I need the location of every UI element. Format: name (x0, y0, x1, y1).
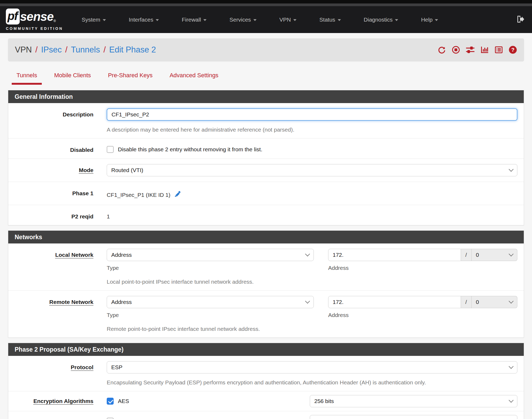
tab-bar: Tunnels Mobile Clients Pre-Shared Keys A… (12, 69, 524, 83)
log-list-icon[interactable] (494, 46, 503, 54)
status-graph-icon[interactable] (480, 46, 489, 54)
local-network-type-select[interactable]: Address (107, 249, 314, 261)
aes128gcm-keylen-value: Auto (314, 418, 326, 419)
remote-network-prefix-value: 0 (476, 299, 479, 305)
remote-network-type-caption: Type (107, 312, 314, 318)
sense-logo-text: sense (20, 9, 53, 24)
protocol-select[interactable]: ESP (107, 361, 517, 373)
menu-diagnostics[interactable]: Diagnostics (364, 17, 398, 23)
p2reqid-label: P2 reqid (8, 210, 93, 220)
local-network-prefix-select[interactable]: 0 (472, 249, 517, 261)
disabled-checkbox[interactable] (107, 146, 114, 153)
chevron-down-icon (509, 418, 513, 419)
breadcrumb: VPN / IPsec / Tunnels / Edit Phase 2 (15, 45, 156, 55)
breadcrumb-root: VPN (15, 45, 32, 55)
stop-service-icon[interactable] (452, 46, 460, 54)
browser-chrome-strip (0, 0, 532, 3)
refresh-icon[interactable] (438, 46, 446, 54)
disabled-content: Disable this phase 2 entry without remov… (93, 144, 524, 153)
tab-mobile-clients[interactable]: Mobile Clients (49, 69, 96, 83)
breadcrumb-separator: / (65, 45, 68, 55)
menu-vpn[interactable]: VPN (279, 17, 296, 23)
breadcrumb-actions: ? (438, 46, 517, 54)
encryption-algorithms-label[interactable]: Encryption Algorithms (33, 398, 93, 405)
page-container: VPN / IPsec / Tunnels / Edit Phase 2 (0, 33, 532, 419)
local-network-type-caption: Type (107, 265, 314, 271)
main-menu: System Interfaces Firewall Services VPN … (82, 17, 515, 23)
remote-network-type-value: Address (111, 299, 132, 305)
sliders-icon[interactable] (466, 46, 475, 54)
local-network-help: Local point-to-point IPsec interface tun… (107, 279, 517, 285)
mode-select[interactable]: Routed (VTI) (107, 164, 517, 176)
edit-pencil-icon[interactable] (174, 190, 182, 200)
remote-network-row: Remote Network Address Type 172. / (8, 291, 524, 337)
description-input[interactable]: CF1_IPsec_P2 (107, 108, 517, 121)
networks-panel: Networks Local Network Address Type 172. (8, 230, 524, 338)
aes-keylen-value: 256 bits (314, 398, 334, 404)
chevron-down-icon (395, 19, 398, 21)
remote-network-label[interactable]: Remote Network (49, 299, 93, 306)
general-information-panel: General Information Description CF1_IPse… (8, 90, 524, 225)
chevron-down-icon (509, 299, 513, 303)
breadcrumb-link-ipsec[interactable]: IPsec (41, 45, 62, 55)
browser-chrome-strip-2 (0, 3, 532, 6)
pfsense-logo[interactable]: pf sense ® COMMUNITY EDITION (6, 9, 63, 31)
local-network-slash-addon: / (461, 249, 472, 261)
chevron-down-icon (509, 251, 513, 256)
aes128gcm-keylen-select[interactable]: Auto (310, 415, 517, 419)
menu-diagnostics-label: Diagnostics (364, 17, 393, 23)
p2reqid-row: P2 reqid 1 (8, 205, 524, 225)
menu-vpn-label: VPN (279, 17, 291, 23)
menu-services-label: Services (229, 17, 251, 23)
remote-network-address-input[interactable]: 172. (328, 296, 461, 308)
protocol-label[interactable]: Protocol (71, 364, 93, 371)
disabled-label: Disabled (8, 144, 93, 153)
menu-help[interactable]: Help (421, 17, 438, 23)
local-network-address-input[interactable]: 172. (328, 249, 461, 261)
community-edition-label: COMMUNITY EDITION (6, 26, 63, 31)
mode-label[interactable]: Mode (79, 167, 93, 174)
breadcrumb-separator: / (104, 45, 106, 55)
chevron-down-icon (203, 19, 207, 21)
aes-checkbox[interactable] (107, 398, 114, 405)
protocol-content: ESP Encapsulating Security Payload (ESP)… (93, 361, 524, 386)
description-help: A description may be entered here for ad… (107, 127, 517, 133)
chevron-down-icon (305, 251, 310, 256)
phase1-value: CF1_IPsec_P1 (IKE ID 1) (107, 192, 170, 198)
help-icon[interactable]: ? (509, 46, 517, 54)
encryption-aes-row: Encryption Algorithms AES 256 bits (8, 391, 524, 411)
remote-network-prefix-select[interactable]: 0 (472, 296, 517, 308)
tab-pre-shared-keys[interactable]: Pre-Shared Keys (103, 69, 158, 83)
menu-interfaces-label: Interfaces (129, 17, 153, 23)
tab-advanced-settings[interactable]: Advanced Settings (165, 69, 223, 83)
remote-network-type-select[interactable]: Address (107, 296, 314, 308)
local-network-row: Local Network Address Type 172. / (8, 243, 524, 291)
phase1-row: Phase 1 CF1_IPsec_P1 (IKE ID 1) (8, 182, 524, 205)
menu-services[interactable]: Services (229, 17, 257, 23)
encryption-aes128gcm-row: AES128-GCM Auto (8, 411, 524, 419)
disabled-row: Disabled Disable this phase 2 entry with… (8, 139, 524, 159)
phase2-proposal-heading: Phase 2 Proposal (SA/Key Exchange) (8, 343, 524, 356)
breadcrumb-separator: / (35, 45, 38, 55)
aes128gcm-label: AES128-GCM (118, 418, 153, 419)
remote-network-address-caption: Address (328, 312, 517, 318)
aes-keylen-select[interactable]: 256 bits (310, 395, 517, 407)
menu-system[interactable]: System (82, 17, 106, 23)
aes128gcm-checkbox[interactable] (107, 418, 114, 419)
breadcrumb-bar: VPN / IPsec / Tunnels / Edit Phase 2 (8, 38, 524, 61)
phase1-content: CF1_IPsec_P1 (IKE ID 1) (93, 187, 524, 200)
phase2-proposal-panel: Phase 2 Proposal (SA/Key Exchange) Proto… (8, 343, 524, 419)
logout-icon[interactable] (515, 15, 525, 25)
menu-help-label: Help (421, 17, 432, 23)
menu-status[interactable]: Status (319, 17, 341, 23)
menu-interfaces[interactable]: Interfaces (129, 17, 159, 23)
menu-firewall[interactable]: Firewall (182, 17, 207, 23)
chevron-down-icon (103, 19, 106, 21)
local-network-prefix-value: 0 (476, 252, 479, 258)
breadcrumb-link-tunnels[interactable]: Tunnels (71, 45, 100, 55)
registered-mark: ® (53, 19, 56, 23)
description-label: Description (8, 108, 93, 133)
tab-tunnels[interactable]: Tunnels (12, 69, 42, 83)
local-network-label[interactable]: Local Network (55, 252, 93, 258)
menu-firewall-label: Firewall (182, 17, 201, 23)
